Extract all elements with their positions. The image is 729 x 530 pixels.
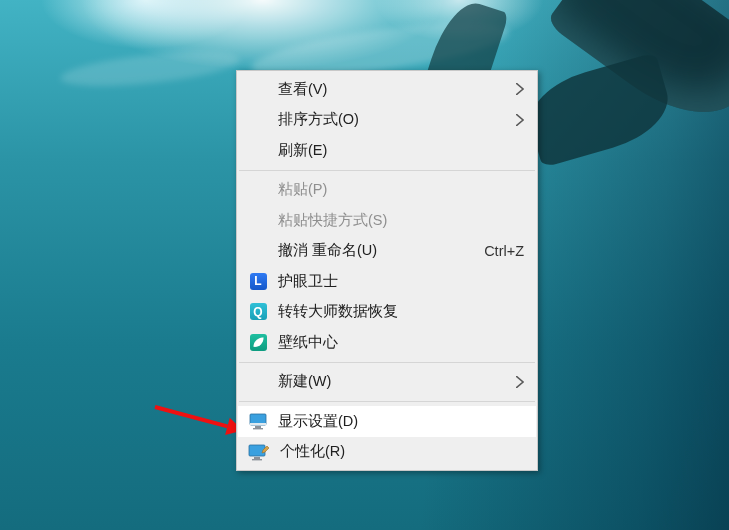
data-recovery-icon: Q xyxy=(248,302,268,322)
menu-item-undo-rename[interactable]: 撤消 重命名(U)Ctrl+Z xyxy=(238,236,536,267)
wallpaper-center-icon xyxy=(248,332,268,352)
desktop-context-menu: 查看(V)排序方式(O)刷新(E)粘贴(P)粘贴快捷方式(S)撤消 重命名(U)… xyxy=(236,70,538,471)
menu-item-label: 排序方式(O) xyxy=(278,110,516,129)
menu-item-label: 查看(V) xyxy=(278,80,516,99)
blank-icon xyxy=(248,180,268,200)
chevron-right-icon xyxy=(516,376,524,388)
blank-icon xyxy=(248,241,268,261)
menu-item-label: 转转大师数据恢复 xyxy=(278,302,524,321)
menu-item-refresh[interactable]: 刷新(E) xyxy=(238,135,536,166)
menu-item-paste-shortcut: 粘贴快捷方式(S) xyxy=(238,205,536,236)
menu-item-new[interactable]: 新建(W) xyxy=(238,367,536,398)
menu-item-data-recovery[interactable]: Q转转大师数据恢复 xyxy=(238,297,536,328)
menu-item-eye-guard[interactable]: L护眼卫士 xyxy=(238,266,536,297)
separator xyxy=(239,362,535,363)
menu-item-label: 壁纸中心 xyxy=(278,333,524,352)
menu-item-label: 个性化(R) xyxy=(280,442,524,461)
chevron-right-icon xyxy=(516,114,524,126)
blank-icon xyxy=(248,110,268,130)
eye-guard-icon: L xyxy=(248,271,268,291)
chevron-right-icon xyxy=(516,83,524,95)
separator xyxy=(239,170,535,171)
menu-item-label: 护眼卫士 xyxy=(278,272,524,291)
menu-item-label: 显示设置(D) xyxy=(278,412,524,431)
separator xyxy=(239,401,535,402)
menu-item-label: 撤消 重命名(U) xyxy=(278,241,464,260)
blank-icon xyxy=(248,79,268,99)
menu-item-display[interactable]: 显示设置(D) xyxy=(238,406,536,437)
menu-item-label: 刷新(E) xyxy=(278,141,524,160)
menu-item-personalize[interactable]: 个性化(R) xyxy=(238,437,536,468)
menu-item-sort[interactable]: 排序方式(O) xyxy=(238,105,536,136)
personalize-icon xyxy=(248,442,270,462)
menu-item-wallpaper-center[interactable]: 壁纸中心 xyxy=(238,327,536,358)
menu-item-paste: 粘贴(P) xyxy=(238,175,536,206)
menu-item-label: 粘贴快捷方式(S) xyxy=(278,211,524,230)
blank-icon xyxy=(248,140,268,160)
menu-item-view[interactable]: 查看(V) xyxy=(238,74,536,105)
menu-item-label: 新建(W) xyxy=(278,372,516,391)
display-icon xyxy=(248,411,268,431)
menu-item-label: 粘贴(P) xyxy=(278,180,524,199)
menu-item-accelerator: Ctrl+Z xyxy=(484,243,524,259)
blank-icon xyxy=(248,372,268,392)
blank-icon xyxy=(248,210,268,230)
